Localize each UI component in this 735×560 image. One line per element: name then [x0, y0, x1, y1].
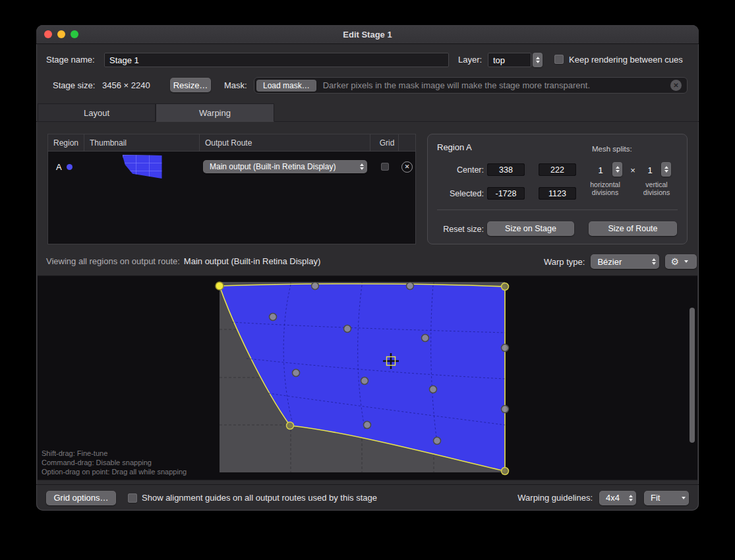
v-divisions-value: 1 — [643, 165, 657, 175]
gear-icon: ⚙ — [670, 256, 679, 267]
warp-corner-point[interactable] — [502, 283, 509, 291]
warp-control-point[interactable] — [502, 406, 509, 413]
chevron-down-icon — [682, 497, 686, 499]
output-route-popup[interactable]: Main output (Built-in Retina Display) — [203, 160, 367, 173]
warp-corner-point[interactable] — [502, 468, 509, 475]
popup-chevrons-icon — [360, 163, 364, 170]
grid-options-button[interactable]: Grid options… — [46, 491, 116, 505]
chevron-up-icon — [664, 166, 668, 169]
warp-control-point[interactable] — [422, 335, 429, 342]
column-header-thumbnail[interactable]: Thumbnail — [84, 134, 200, 151]
center-label: Center: — [434, 165, 484, 175]
v-divisions-stepper[interactable] — [661, 162, 671, 177]
column-header-output-route[interactable]: Output Route — [200, 134, 370, 151]
warp-control-point[interactable] — [407, 283, 414, 290]
warp-type-label: Warp type: — [544, 257, 585, 267]
layer-stepper[interactable] — [533, 53, 543, 67]
warp-options-popup[interactable]: ⚙ — [665, 254, 697, 269]
minimize-button[interactable] — [57, 30, 65, 38]
h-divisions-stepper[interactable] — [612, 162, 622, 177]
stage-name-input[interactable] — [104, 53, 449, 67]
guidelines-grid-popup[interactable]: 4x4 — [599, 491, 636, 505]
selected-y-field[interactable]: 1123 — [539, 187, 576, 200]
popup-chevrons-icon — [629, 495, 633, 501]
viewing-route-value: Main output (Built-in Retina Display) — [184, 256, 320, 266]
hint-line: Command-drag: Disable snapping — [42, 458, 187, 467]
v-divisions-label: vertical divisions — [635, 181, 678, 196]
popup-chevrons-icon — [652, 258, 656, 265]
center-x-field[interactable]: 338 — [487, 163, 525, 176]
mask-clear-button[interactable]: ✕ — [670, 80, 682, 91]
tab-bar: Layout Warping — [36, 103, 699, 122]
region-panel: Region A Mesh splits: Center: 338 222 1 … — [427, 134, 688, 244]
table-row[interactable]: A Main output (Built-in Retina Display) … — [48, 152, 415, 182]
warp-control-point[interactable] — [434, 437, 441, 445]
size-of-route-button[interactable]: Size of Route — [589, 221, 677, 236]
warp-control-point[interactable] — [502, 345, 509, 352]
region-table-header: Region Thumbnail Output Route Grid — [48, 134, 415, 152]
chevron-down-icon — [536, 61, 540, 63]
warp-controls: Warp type: Bézier ⚙ — [544, 254, 697, 269]
warp-type-popup[interactable]: Bézier — [591, 254, 659, 269]
warp-canvas[interactable]: Shift-drag: Fine-tune Command-drag: Disa… — [38, 275, 697, 480]
warp-control-point[interactable] — [293, 370, 300, 377]
resize-button[interactable]: Resize… — [170, 78, 211, 92]
warp-control-point[interactable] — [312, 283, 319, 290]
titlebar[interactable]: Edit Stage 1 — [36, 25, 699, 44]
viewing-bar: Viewing all regions on output route: Mai… — [46, 256, 320, 266]
chevron-down-icon — [616, 170, 620, 173]
guidelines-fit-popup[interactable]: Fit — [644, 491, 689, 505]
mesh-splits-label: Mesh splits: — [592, 145, 632, 153]
panel-divider — [437, 210, 678, 210]
warp-control-point[interactable] — [344, 325, 351, 333]
region-thumbnail — [123, 155, 162, 179]
warp-corner-point-selected[interactable] — [216, 282, 223, 290]
stage-size-label: Stage size: — [53, 80, 95, 90]
warp-control-point[interactable] — [364, 422, 371, 429]
warp-control-point[interactable] — [361, 378, 368, 385]
selected-label: Selected: — [434, 189, 484, 198]
window-title: Edit Stage 1 — [343, 30, 392, 40]
region-name: A — [56, 162, 62, 172]
load-mask-button[interactable]: Load mask… — [256, 80, 316, 92]
warp-control-point[interactable] — [430, 386, 437, 393]
layer-combo[interactable] — [488, 53, 531, 67]
mask-label: Mask: — [224, 80, 247, 90]
close-button[interactable] — [44, 30, 52, 38]
warp-corner-point[interactable] — [287, 422, 294, 430]
grid-checkbox[interactable] — [381, 163, 389, 171]
stage-size-value: 3456 × 2240 — [102, 80, 150, 90]
column-header-region[interactable]: Region — [48, 134, 84, 151]
region-panel-title: Region A — [437, 142, 472, 152]
multiply-label: × — [628, 165, 638, 175]
close-icon: ✕ — [405, 163, 410, 170]
alignment-guides-checkbox[interactable] — [128, 493, 137, 503]
column-header-grid[interactable]: Grid — [370, 134, 399, 151]
chevron-up-icon — [616, 166, 620, 169]
canvas-scrollbar[interactable] — [690, 308, 695, 443]
h-divisions-value: 1 — [594, 165, 607, 175]
center-y-field[interactable]: 222 — [539, 163, 576, 176]
column-header-remove — [399, 134, 415, 151]
canvas-hints: Shift-drag: Fine-tune Command-drag: Disa… — [42, 449, 187, 476]
close-icon: ✕ — [673, 82, 678, 89]
stage-name-label: Stage name: — [46, 55, 95, 65]
tab-warping[interactable]: Warping — [156, 103, 274, 122]
chevron-down-icon — [684, 260, 688, 263]
warping-guidelines-label: Warping guidelines: — [517, 493, 593, 503]
zoom-button[interactable] — [71, 30, 78, 38]
viewing-label: Viewing all regions on output route: — [46, 256, 180, 266]
warp-control-point[interactable] — [270, 314, 277, 321]
region-color-dot — [67, 164, 73, 170]
size-on-stage-button[interactable]: Size on Stage — [487, 221, 574, 236]
keep-rendering-checkbox[interactable] — [554, 55, 564, 64]
tab-layout[interactable]: Layout — [38, 103, 156, 122]
mask-placeholder: Darker pixels in the mask image will mak… — [323, 80, 664, 90]
remove-region-button[interactable]: ✕ — [401, 161, 413, 173]
layer-label: Layer: — [458, 55, 482, 65]
selected-x-field[interactable]: -1728 — [487, 187, 525, 200]
mask-field: Load mask… Darker pixels in the mask ima… — [254, 77, 688, 94]
hint-line: Shift-drag: Fine-tune — [42, 449, 187, 458]
reset-size-label: Reset size: — [434, 225, 484, 234]
chevron-up-icon — [536, 57, 540, 59]
